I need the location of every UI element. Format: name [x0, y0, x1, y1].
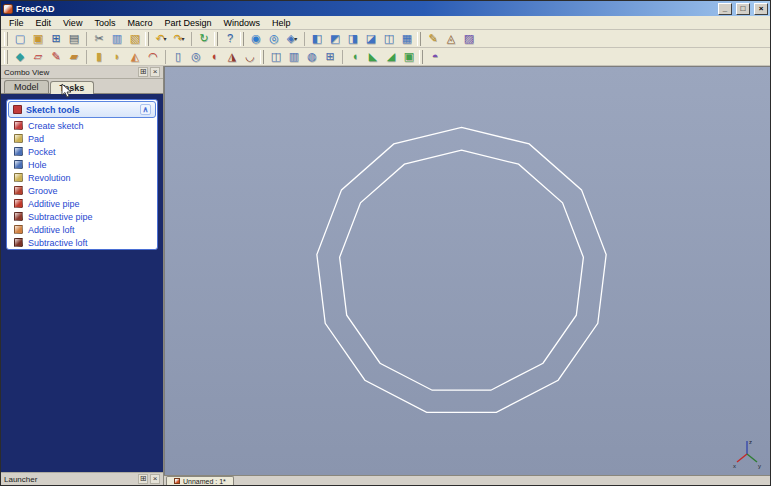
std-new-button[interactable]: ▢: [11, 31, 29, 47]
std-redo-button[interactable]: ↷▾: [170, 31, 188, 47]
menu-macro[interactable]: Macro: [121, 17, 158, 29]
view-axonometric-button[interactable]: ◈▾: [283, 31, 301, 47]
hole-button[interactable]: ◎: [187, 49, 205, 65]
sketch-outer-polygon[interactable]: [317, 127, 606, 412]
measure-distance-button[interactable]: ✎: [424, 31, 442, 47]
close-button[interactable]: ×: [754, 3, 768, 15]
clipping-plane-button[interactable]: ◬: [442, 31, 460, 47]
3d-viewport[interactable]: z x y: [164, 66, 770, 475]
pocket-button[interactable]: ▯: [169, 49, 187, 65]
maximize-button[interactable]: □: [736, 3, 750, 15]
document-tab-label: Unnamed : 1*: [183, 478, 226, 485]
multi-transform-button[interactable]: ⊞: [321, 49, 339, 65]
task-item-additive-loft[interactable]: Additive loft: [7, 223, 157, 236]
document-tab[interactable]: Unnamed : 1*: [166, 476, 234, 485]
task-item-groove[interactable]: Groove: [7, 184, 157, 197]
launcher-bar[interactable]: Launcher ⊞ ×: [1, 472, 163, 485]
task-item-create-sketch[interactable]: Create sketch: [7, 119, 157, 132]
dock-close-button[interactable]: ×: [150, 67, 160, 77]
view-right-button[interactable]: ◨: [344, 31, 362, 47]
view-bottom-button[interactable]: ◫: [380, 31, 398, 47]
chamfer-button[interactable]: ◣: [364, 49, 382, 65]
toolbar-handle[interactable]: [145, 32, 149, 46]
create-body-button[interactable]: ◆: [11, 49, 29, 65]
sketch-inner-polygon[interactable]: [340, 150, 584, 390]
document-icon: [174, 478, 180, 484]
std-cut-button[interactable]: ✂: [90, 31, 108, 47]
toolbar-part-design: ◆▱✎▰▮◗◭◠▯◎◖◮◡◫▥◍⊞◖◣◢▣◓: [1, 48, 770, 66]
view-front-button[interactable]: ◧: [308, 31, 326, 47]
std-refresh-button[interactable]: ↻: [195, 31, 213, 47]
menu-part-design[interactable]: Part Design: [158, 17, 217, 29]
menu-tools[interactable]: Tools: [88, 17, 121, 29]
map-sketch-button[interactable]: ▰: [65, 49, 83, 65]
task-item-label: Hole: [28, 160, 47, 170]
task-item-pocket[interactable]: Pocket: [7, 145, 157, 158]
toolbar-handle[interactable]: [214, 32, 218, 46]
std-paste-button[interactable]: ▧: [126, 31, 144, 47]
view-fit-selection-button[interactable]: ◎: [265, 31, 283, 47]
toolbar-handle[interactable]: [260, 50, 264, 64]
create-body-icon: ◆: [16, 51, 24, 62]
menu-help[interactable]: Help: [266, 17, 297, 29]
task-item-additive-pipe[interactable]: Additive pipe: [7, 197, 157, 210]
axis-label-y: y: [758, 463, 761, 469]
tab-model[interactable]: Model: [4, 80, 49, 93]
task-item-hole[interactable]: Hole: [7, 158, 157, 171]
task-item-revolution[interactable]: Revolution: [7, 171, 157, 184]
draft-button[interactable]: ◢: [382, 49, 400, 65]
boolean-operation-button[interactable]: ◓: [426, 49, 444, 65]
launcher-close-button[interactable]: ×: [150, 474, 160, 484]
menu-file[interactable]: File: [3, 17, 30, 29]
revolution-button[interactable]: ◗: [108, 49, 126, 65]
titlebar[interactable]: FreeCAD _ □ ×: [1, 1, 770, 16]
combo-view-header[interactable]: Combo View ⊞ ×: [1, 66, 163, 79]
std-undo-button[interactable]: ↶▾: [152, 31, 170, 47]
task-item-pad[interactable]: Pad: [7, 132, 157, 145]
toolbar-handle[interactable]: [4, 32, 8, 46]
menu-edit[interactable]: Edit: [30, 17, 58, 29]
task-item-label: Additive loft: [28, 225, 75, 235]
linear-pattern-button[interactable]: ▥: [285, 49, 303, 65]
std-print-icon: ▤: [69, 33, 79, 44]
thickness-button[interactable]: ▣: [400, 49, 418, 65]
subtractive-pipe-button[interactable]: ◡: [241, 49, 259, 65]
create-sketch-button[interactable]: ▱: [29, 49, 47, 65]
minimize-button[interactable]: _: [718, 3, 732, 15]
fillet-button[interactable]: ◖: [346, 49, 364, 65]
additive-pipe-button[interactable]: ◠: [144, 49, 162, 65]
sketch-tools-header[interactable]: Sketch tools ∧: [8, 101, 156, 118]
edit-sketch-button[interactable]: ✎: [47, 49, 65, 65]
view-top-button[interactable]: ◩: [326, 31, 344, 47]
toolbar-handle[interactable]: [4, 50, 8, 64]
additive-loft-button[interactable]: ◭: [126, 49, 144, 65]
menu-view[interactable]: View: [57, 17, 88, 29]
task-item-pad-icon: [14, 134, 23, 143]
std-print-button[interactable]: ▤: [65, 31, 83, 47]
std-save-button[interactable]: ⊞: [47, 31, 65, 47]
polar-pattern-button[interactable]: ◍: [303, 49, 321, 65]
dock-float-button[interactable]: ⊞: [138, 67, 148, 77]
mirrored-button[interactable]: ◫: [267, 49, 285, 65]
menu-windows[interactable]: Windows: [217, 17, 266, 29]
std-copy-button[interactable]: ▥: [108, 31, 126, 47]
view-left-button[interactable]: ▦: [398, 31, 416, 47]
texture-mapping-button[interactable]: ▨: [460, 31, 478, 47]
launcher-float-button[interactable]: ⊞: [138, 474, 148, 484]
groove-button[interactable]: ◖: [205, 49, 223, 65]
toolbar-handle[interactable]: [417, 32, 421, 46]
toolbar-handle[interactable]: [240, 32, 244, 46]
whats-this-button[interactable]: ?: [221, 31, 239, 47]
std-open-button[interactable]: ▣: [29, 31, 47, 47]
view-fit-all-button[interactable]: ◉: [247, 31, 265, 47]
view-rear-button[interactable]: ◪: [362, 31, 380, 47]
pad-button[interactable]: ▮: [90, 49, 108, 65]
task-item-subtractive-loft[interactable]: Subtractive loft: [7, 236, 157, 249]
subtractive-loft-button[interactable]: ◮: [223, 49, 241, 65]
task-item-subtractive-pipe[interactable]: Subtractive pipe: [7, 210, 157, 223]
sketch-tools-list: Create sketchPadPocketHoleRevolutionGroo…: [7, 119, 157, 249]
collapse-chevron-icon[interactable]: ∧: [140, 104, 151, 115]
additive-pipe-icon: ◠: [148, 51, 158, 62]
tab-tasks[interactable]: Tasks: [50, 81, 95, 94]
toolbar-handle[interactable]: [419, 50, 423, 64]
